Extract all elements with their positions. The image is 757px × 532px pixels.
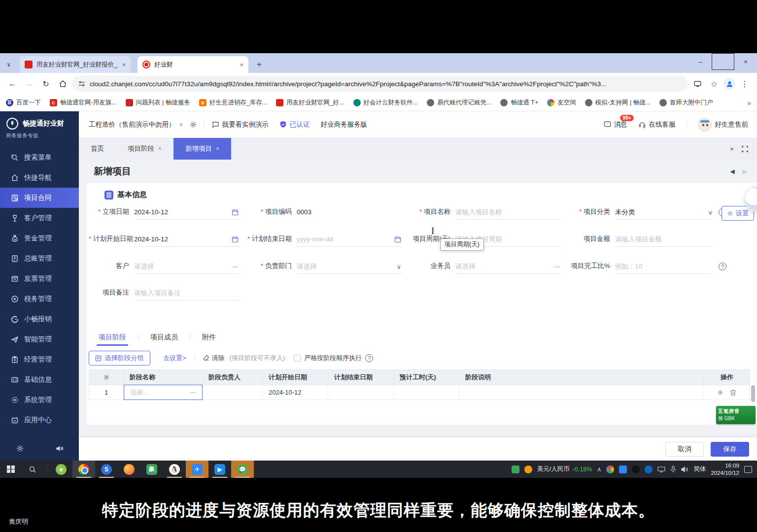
scroll-left-icon[interactable]: ◀ [730,168,735,175]
taskbar-meeting-icon[interactable]: ▶ [208,461,231,478]
close-all-icon[interactable]: × [730,145,734,153]
close-icon[interactable]: × [158,145,162,152]
taskbar-browser360-icon[interactable]: S [95,461,118,478]
sidebar-item-operations-mgmt[interactable]: 经营管理 [0,349,79,369]
stage-start-cell[interactable]: 2024-10-12 [263,385,328,399]
strict-order-toggle[interactable]: 严格按阶段顺序执行 ? [294,354,373,363]
site-settings-icon[interactable] [78,80,86,88]
plan-start-date-input[interactable] [134,233,240,245]
bookmarks-overflow-icon[interactable]: » [747,99,751,107]
sidebar-item-quick-nav[interactable]: 快捷导航 [0,167,79,188]
save-button[interactable]: 保存 [711,442,749,457]
bookmark-item[interactable]: C畅捷通官网-用友旗... [50,99,117,107]
choose-stage-group-button[interactable]: 选择阶段分组 [89,351,150,366]
sidebar-item-project-contract[interactable]: 项目合同 [0,188,79,208]
project-date-input[interactable] [134,206,240,218]
help-icon[interactable]: ? [719,263,726,270]
bookmark-item[interactable]: 模拟-支持网 | 畅捷... [585,99,651,107]
messages-button[interactable]: 消息 99+ [603,120,627,129]
home-icon[interactable] [55,76,70,91]
taskbar-clock[interactable]: 16:09 2024/10/12 [711,462,739,477]
project-note-input[interactable] [134,287,240,299]
taskbar-feishu-icon[interactable]: ✈ [186,461,208,478]
browser-menu-icon[interactable]: ⋮ [737,76,752,91]
calendar-icon[interactable] [232,209,239,216]
sidebar-item-app-center[interactable]: 应用中心 [0,410,79,430]
salesperson-picker[interactable] [455,261,561,272]
taskbar-search-icon[interactable] [22,461,43,478]
add-row-icon[interactable]: ⊕ [718,389,723,396]
tray-fox-icon[interactable] [524,466,532,473]
sidebar-item-search-menu[interactable]: 搜索菜单 [0,147,79,167]
tray-browser-icon[interactable] [645,466,653,473]
dept-select[interactable] [297,261,402,272]
verified-badge[interactable]: 已认证 [279,120,310,129]
sidebar-item-funds-mgmt[interactable]: 资金管理 [0,228,79,248]
tray-qq-icon[interactable] [632,466,640,473]
fullscreen-icon[interactable] [742,146,748,152]
reload-icon[interactable]: ↻ [38,76,53,91]
taskbar-chrome-icon[interactable] [72,461,95,478]
org-selector[interactable]: 工程造价（售前演示中勿用） ∨ [89,120,183,129]
tab-project-stage[interactable]: 项目阶段× [116,138,173,160]
sidebar-item-invoice-mgmt[interactable]: 发票管理 [0,268,79,289]
send-to-device-icon[interactable] [690,76,705,91]
tab-stage[interactable]: 项目阶段 [97,333,128,342]
address-bar[interactable]: cloud2.chanjet.com/cc/ud0u7l77t32u/am9dg… [72,76,688,92]
close-icon[interactable]: × [216,145,219,152]
sidebar-item-system-mgmt[interactable]: 系统管理 [0,390,79,410]
chevron-down-icon[interactable]: ∨ [708,209,713,216]
close-tab-icon[interactable]: × [240,61,243,68]
project-code-input[interactable] [297,206,402,218]
currency-ticker[interactable]: 美元/人民币 -0.18% [537,465,592,473]
tray-display-icon[interactable] [657,466,665,473]
delete-row-icon[interactable] [730,389,736,396]
profile-avatar[interactable] [723,78,735,90]
back-icon[interactable]: ← [5,76,20,91]
calendar-icon[interactable] [232,236,239,243]
tab-new-project[interactable]: 新增项目× [173,138,231,160]
help-icon[interactable]: ? [365,354,373,362]
taskbar-ie-icon[interactable]: e [50,461,72,478]
forward-icon[interactable]: → [22,76,36,91]
tray-mic-icon[interactable] [670,466,676,473]
browser-tab-active[interactable]: 好业财 × [138,56,248,73]
maximize-button[interactable] [712,53,734,70]
user-menu[interactable]: 好生意售前 [698,118,749,132]
taskbar-qq-icon[interactable]: 🐧 [163,461,186,478]
project-class-select[interactable] [615,206,714,218]
goto-settings-link[interactable]: 去设置> [163,354,186,363]
ime-lang-indicator[interactable]: 简体 [693,465,706,473]
close-tab-icon[interactable]: × [122,61,126,68]
close-window-button[interactable]: × [734,53,757,70]
table-scrollbar[interactable] [751,385,755,402]
checkbox-icon[interactable] [294,355,301,362]
plan-end-date-input[interactable] [297,233,402,245]
org-settings-gear-icon[interactable] [189,121,197,129]
new-tab-button[interactable]: + [252,58,266,71]
stage-hours-cell[interactable] [394,385,459,399]
stage-desc-cell[interactable] [459,385,703,399]
bookmark-item[interactable]: 友空间 [547,99,576,107]
project-amount-input[interactable] [615,233,714,245]
stage-name-picker[interactable] [130,387,190,399]
tray-compass-icon[interactable] [606,466,614,473]
tray-expand-icon[interactable]: ∧ [597,466,601,473]
column-settings-gear-icon[interactable] [89,370,124,385]
bookmark-item[interactable]: 畅捷通 T+ [500,99,538,107]
sidebar-item-xiaochang-expense[interactable]: 小畅报销 [0,309,79,329]
bookmark-star-icon[interactable]: ☆ [707,76,722,91]
taskbar-firefox-icon[interactable] [118,461,140,478]
sidebar-item-tax-mgmt[interactable]: 税务管理 [0,289,79,309]
ime-toolbar[interactable]: 五笔拼音 简 GBK [716,406,756,424]
action-center-icon[interactable] [744,466,752,473]
stage-end-cell[interactable] [328,385,394,399]
stage-owner-cell[interactable] [203,385,263,399]
tab-members[interactable]: 项目成员 [148,333,180,342]
ellipsis-picker-icon[interactable]: ⋯ [553,264,560,270]
completion-pct-input[interactable] [615,261,714,272]
online-support-button[interactable]: 在线客服 [638,120,676,129]
tab-search-chevron-icon[interactable]: ∨ [0,56,18,73]
stage-name-cell[interactable]: ⋯ [124,385,203,400]
tab-attachments[interactable]: 附件 [200,333,218,342]
